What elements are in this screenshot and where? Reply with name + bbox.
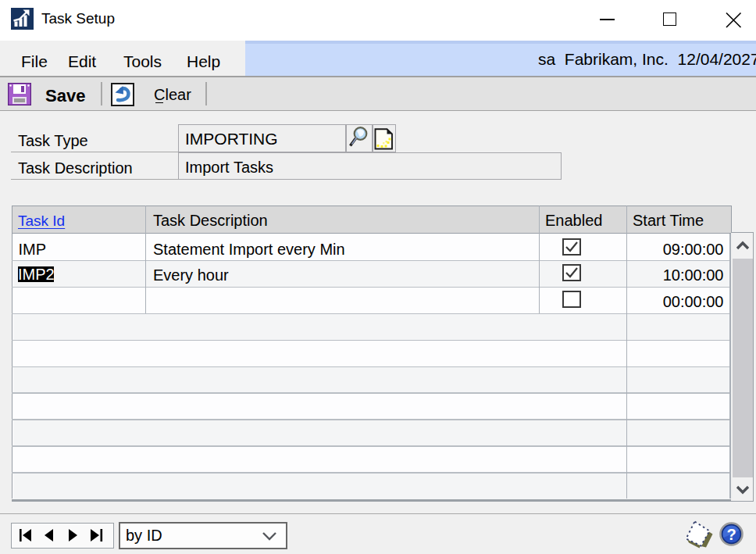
svg-text:?: ?	[726, 526, 736, 543]
